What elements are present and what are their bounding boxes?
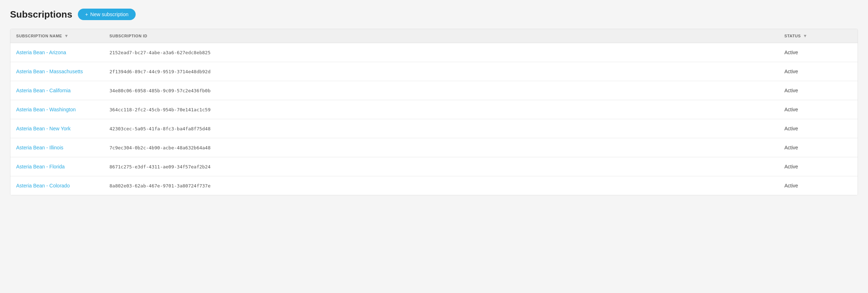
subscription-name-link[interactable]: Asteria Bean - California: [16, 88, 71, 93]
page-container: Subscriptions + New subscription SUBSCRI…: [0, 0, 868, 293]
subscription-name-link[interactable]: Asteria Bean - Washington: [16, 107, 76, 112]
status-badge: Active: [784, 50, 798, 55]
new-subscription-label: New subscription: [90, 11, 129, 17]
status-badge: Active: [784, 164, 798, 169]
status-badge: Active: [784, 183, 798, 189]
status-badge: Active: [784, 107, 798, 112]
cell-subscription-status: Active: [779, 176, 858, 195]
subscription-id-value: 7c9ec304-0b2c-4b90-acbe-48a632b64a48: [109, 145, 211, 150]
cell-subscription-name: Asteria Bean - Colorado: [10, 176, 104, 195]
name-filter-icon[interactable]: ▼: [64, 33, 69, 38]
cell-subscription-id: 34e80c06-6958-485b-9c09-57c2e436fb0b: [104, 81, 779, 100]
cell-subscription-status: Active: [779, 62, 858, 81]
subscription-name-link[interactable]: Asteria Bean - Illinois: [16, 145, 64, 150]
cell-subscription-id: 8671c275-e3df-4311-ae09-34f57eaf2b24: [104, 157, 779, 176]
col-header-id: SUBSCRIPTION ID: [104, 29, 779, 43]
subscription-name-link[interactable]: Asteria Bean - Florida: [16, 164, 65, 169]
page-header: Subscriptions + New subscription: [10, 9, 858, 20]
subscription-name-link[interactable]: Asteria Bean - Arizona: [16, 50, 66, 55]
subscriptions-table-container: SUBSCRIPTION NAME ▼ SUBSCRIPTION ID STAT…: [10, 29, 858, 195]
plus-icon: +: [85, 11, 88, 17]
cell-subscription-status: Active: [779, 157, 858, 176]
subscription-id-value: 8a802e03-62ab-467e-9701-3a80724f737e: [109, 183, 211, 189]
col-id-label: SUBSCRIPTION ID: [109, 34, 147, 38]
cell-subscription-status: Active: [779, 81, 858, 100]
table-body: Asteria Bean - Arizona2152ead7-bc27-4abe…: [10, 43, 858, 195]
table-row: Asteria Bean - Arizona2152ead7-bc27-4abe…: [10, 43, 858, 62]
cell-subscription-name: Asteria Bean - Florida: [10, 157, 104, 176]
subscriptions-table: SUBSCRIPTION NAME ▼ SUBSCRIPTION ID STAT…: [10, 29, 858, 195]
subscription-id-value: 364cc118-2fc2-45cb-954b-70e141ac1c59: [109, 107, 211, 112]
cell-subscription-name: Asteria Bean - Illinois: [10, 138, 104, 157]
table-row: Asteria Bean - Washington364cc118-2fc2-4…: [10, 100, 858, 119]
subscription-id-value: 2f1394d6-89c7-44c9-9519-3714e48db92d: [109, 69, 211, 74]
table-row: Asteria Bean - Colorado8a802e03-62ab-467…: [10, 176, 858, 195]
table-row: Asteria Bean - New York42303cec-5a05-41f…: [10, 119, 858, 138]
subscription-name-link[interactable]: Asteria Bean - New York: [16, 126, 71, 131]
subscription-id-value: 2152ead7-bc27-4abe-a3a6-627edc8eb825: [109, 50, 211, 55]
cell-subscription-status: Active: [779, 100, 858, 119]
subscription-id-value: 42303cec-5a05-41fa-8fc3-ba4fa8f75d48: [109, 126, 211, 131]
new-subscription-button[interactable]: + New subscription: [78, 9, 136, 20]
cell-subscription-status: Active: [779, 119, 858, 138]
cell-subscription-status: Active: [779, 138, 858, 157]
subscription-name-link[interactable]: Asteria Bean - Colorado: [16, 183, 70, 189]
cell-subscription-id: 364cc118-2fc2-45cb-954b-70e141ac1c59: [104, 100, 779, 119]
col-header-status: STATUS ▼: [779, 29, 858, 43]
cell-subscription-status: Active: [779, 43, 858, 62]
col-name-label: SUBSCRIPTION NAME: [16, 34, 62, 38]
cell-subscription-id: 2152ead7-bc27-4abe-a3a6-627edc8eb825: [104, 43, 779, 62]
table-row: Asteria Bean - Massachusetts2f1394d6-89c…: [10, 62, 858, 81]
cell-subscription-name: Asteria Bean - California: [10, 81, 104, 100]
cell-subscription-id: 8a802e03-62ab-467e-9701-3a80724f737e: [104, 176, 779, 195]
status-badge: Active: [784, 69, 798, 74]
cell-subscription-name: Asteria Bean - Massachusetts: [10, 62, 104, 81]
col-header-name: SUBSCRIPTION NAME ▼: [10, 29, 104, 43]
status-badge: Active: [784, 126, 798, 131]
status-badge: Active: [784, 145, 798, 150]
subscription-name-link[interactable]: Asteria Bean - Massachusetts: [16, 69, 83, 74]
page-title: Subscriptions: [10, 9, 72, 20]
table-row: Asteria Bean - California34e80c06-6958-4…: [10, 81, 858, 100]
cell-subscription-id: 7c9ec304-0b2c-4b90-acbe-48a632b64a48: [104, 138, 779, 157]
cell-subscription-name: Asteria Bean - New York: [10, 119, 104, 138]
cell-subscription-name: Asteria Bean - Washington: [10, 100, 104, 119]
table-header: SUBSCRIPTION NAME ▼ SUBSCRIPTION ID STAT…: [10, 29, 858, 43]
subscription-id-value: 34e80c06-6958-485b-9c09-57c2e436fb0b: [109, 88, 211, 93]
table-row: Asteria Bean - Florida8671c275-e3df-4311…: [10, 157, 858, 176]
subscription-id-value: 8671c275-e3df-4311-ae09-34f57eaf2b24: [109, 164, 211, 169]
status-badge: Active: [784, 88, 798, 93]
cell-subscription-id: 42303cec-5a05-41fa-8fc3-ba4fa8f75d48: [104, 119, 779, 138]
status-filter-icon[interactable]: ▼: [803, 33, 807, 38]
cell-subscription-name: Asteria Bean - Arizona: [10, 43, 104, 62]
cell-subscription-id: 2f1394d6-89c7-44c9-9519-3714e48db92d: [104, 62, 779, 81]
table-row: Asteria Bean - Illinois7c9ec304-0b2c-4b9…: [10, 138, 858, 157]
col-status-label: STATUS: [784, 34, 801, 38]
